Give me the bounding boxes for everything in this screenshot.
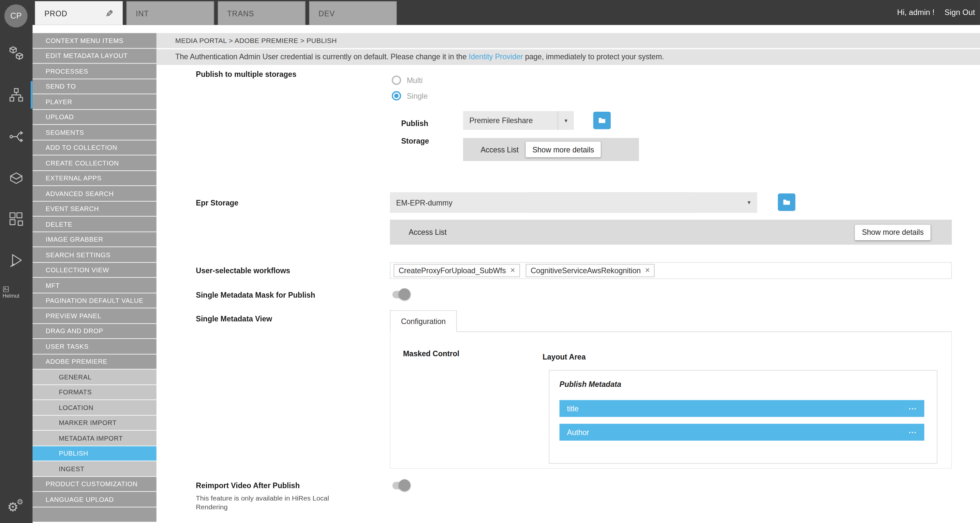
environment-tab[interactable]: DEV ✎ bbox=[309, 1, 397, 25]
routing-icon[interactable] bbox=[0, 122, 33, 152]
sidebar-item-label: MARKER IMPORT bbox=[59, 419, 116, 426]
sidebar-item[interactable]: ADVANCED SEARCH bbox=[33, 186, 156, 201]
sidebar-item-label: FORMATS bbox=[59, 388, 92, 396]
single-mask-label: Single Metadata Mask for Publish bbox=[196, 291, 315, 300]
radio-option-single[interactable]: Single bbox=[392, 91, 428, 101]
sidebar-item[interactable]: CONTEXT MENU ITEMS bbox=[33, 33, 156, 48]
sidebar-item[interactable]: MFT bbox=[33, 278, 156, 292]
configuration-tab[interactable]: Configuration bbox=[390, 311, 457, 332]
sidebar-item[interactable]: PUBLISH bbox=[33, 446, 156, 460]
sidebar-item-label: PLAYER bbox=[46, 98, 72, 105]
sidebar-item-label: SEGMENTS bbox=[46, 128, 84, 136]
single-view-label: Single Metadata View bbox=[196, 315, 272, 323]
epr-access-box: Access List Show more details bbox=[390, 220, 952, 245]
layout-area-box: Publish Metadata title ... Author ... bbox=[549, 370, 937, 463]
sidebar-item-label: MFT bbox=[46, 281, 60, 289]
sidebar-item[interactable]: INGEST bbox=[33, 461, 156, 476]
sidebar-item[interactable]: DELETE bbox=[33, 217, 156, 231]
publish-multi-label: Publish to multiple storages bbox=[196, 70, 296, 79]
metadata-field-bar[interactable]: Author ... bbox=[560, 424, 924, 441]
epr-storage-dropdown[interactable]: EM-EPR-dummy ▼ bbox=[390, 192, 757, 212]
modules-icon[interactable] bbox=[0, 38, 33, 68]
sidebar-item[interactable]: UPLOAD bbox=[33, 109, 156, 124]
identity-provider-link[interactable]: Identity Provider bbox=[469, 52, 523, 61]
sidebar-item-label: LANGUAGE UPLOAD bbox=[46, 495, 114, 503]
sidebar-item[interactable] bbox=[33, 507, 156, 522]
sidebar-item-label: EVENT SEARCH bbox=[46, 205, 99, 212]
sidebar-item[interactable]: PREVIEW PANEL bbox=[33, 308, 156, 323]
reimport-toggle[interactable] bbox=[393, 479, 411, 491]
sidebar-item[interactable]: MARKER IMPORT bbox=[33, 415, 156, 430]
workflow-chip-label: CognitiveServiceAwsRekognition bbox=[531, 266, 641, 275]
user-greeting: Hi, admin ! bbox=[897, 8, 935, 17]
workflow-chip: CreateProxyForUpload_SubWfs × bbox=[393, 264, 520, 277]
metadata-field-bar[interactable]: title ... bbox=[560, 400, 924, 417]
sidebar-item[interactable]: SEGMENTS bbox=[33, 125, 156, 139]
publish-storage-dropdown[interactable]: Premiere Fileshare ▼ bbox=[463, 111, 574, 130]
apps-icon[interactable] bbox=[0, 204, 33, 234]
more-options-icon[interactable]: ... bbox=[908, 402, 917, 411]
sidebar-item[interactable]: EDIT METADATA LAYOUT bbox=[33, 49, 156, 63]
layout-area-label: Layout Area bbox=[542, 353, 585, 361]
sidebar-item[interactable]: ADOBE PREMIERE bbox=[33, 354, 156, 369]
sidebar-item[interactable]: EVENT SEARCH bbox=[33, 201, 156, 216]
environment-tab[interactable]: TRANS ✎ bbox=[218, 1, 305, 25]
sidebar-item-label: ADD TO COLLECTION bbox=[46, 144, 118, 151]
sidebar-item[interactable]: PRODUCT CUSTOMIZATION bbox=[33, 476, 156, 491]
app-icon-rail: CP bbox=[0, 0, 33, 523]
settings-gear-icon[interactable]: ⚙ ⚙ bbox=[0, 492, 33, 522]
sidebar-item-label: IMAGE GRABBER bbox=[46, 235, 103, 243]
avatar[interactable]: CP bbox=[4, 4, 27, 27]
publish-storage-value: Premiere Fileshare bbox=[463, 116, 557, 125]
environment-tab[interactable]: PROD ✎ bbox=[35, 1, 123, 25]
sidebar-item[interactable]: IMAGE GRABBER bbox=[33, 232, 156, 247]
publish-storage-label: Publish Storage bbox=[401, 115, 445, 150]
sidebar-item[interactable]: GENERAL bbox=[33, 369, 156, 384]
sidebar-item[interactable]: PLAYER bbox=[33, 94, 156, 109]
remove-chip-icon[interactable]: × bbox=[510, 266, 515, 274]
sidebar-item[interactable]: LOCATION bbox=[33, 400, 156, 415]
metadata-field-label: Author bbox=[567, 428, 589, 437]
sidebar-item-label: SEARCH SETTINGS bbox=[46, 251, 111, 258]
epr-show-more-button[interactable]: Show more details bbox=[855, 224, 931, 240]
publish-storage-browse-button[interactable] bbox=[593, 112, 611, 129]
helmut-logo[interactable]: Helmut bbox=[0, 286, 33, 299]
workflows-input[interactable]: CreateProxyForUpload_SubWfs × CognitiveS… bbox=[390, 262, 952, 279]
sidebar-item[interactable]: USER TASKS bbox=[33, 339, 156, 353]
more-options-icon[interactable]: ... bbox=[908, 426, 917, 435]
workflows-label: User-selectable workflows bbox=[196, 266, 290, 275]
sidebar-item[interactable]: SEARCH SETTINGS bbox=[33, 247, 156, 262]
environment-tab-label: TRANS bbox=[227, 9, 254, 18]
sidebar-item-label: SEND TO bbox=[46, 82, 76, 90]
sign-out-link[interactable]: Sign Out bbox=[945, 8, 975, 17]
sidebar-item[interactable]: DRAG AND DROP bbox=[33, 324, 156, 338]
sidebar-item[interactable]: PAGINATION DEFAULT VALUE bbox=[33, 293, 156, 308]
sidebar-item[interactable]: LANGUAGE UPLOAD bbox=[33, 492, 156, 506]
sidebar-item[interactable]: ADD TO COLLECTION bbox=[33, 140, 156, 155]
sidebar-item-label: ADOBE PREMIERE bbox=[46, 358, 108, 365]
sidebar-item[interactable]: PROCESSES bbox=[33, 63, 156, 78]
sidebar-item[interactable]: METADATA IMPORT bbox=[33, 431, 156, 445]
epr-storage-browse-button[interactable] bbox=[778, 193, 795, 211]
sidebar-menu: CONTEXT MENU ITEMS EDIT METADATA LAYOUT … bbox=[33, 33, 156, 523]
radio-option-multi[interactable]: Multi bbox=[392, 76, 423, 85]
single-mask-toggle[interactable] bbox=[393, 288, 411, 300]
sidebar-item[interactable]: CREATE COLLECTION bbox=[33, 155, 156, 170]
environment-tab[interactable]: INT ✎ bbox=[126, 1, 214, 25]
sidebar-item-label: ADVANCED SEARCH bbox=[46, 190, 114, 197]
collection-icon[interactable] bbox=[0, 163, 33, 193]
breadcrumb: MEDIA PORTAL > ADOBE PREMIERE > PUBLISH bbox=[156, 33, 980, 48]
sidebar-item-label: UPLOAD bbox=[46, 113, 74, 120]
remove-chip-icon[interactable]: × bbox=[645, 266, 650, 274]
sidebar-item-label: METADATA IMPORT bbox=[59, 434, 123, 442]
sidebar-item[interactable]: EXTERNAL APPS bbox=[33, 171, 156, 185]
sidebar-item-label: LOCATION bbox=[59, 404, 93, 411]
workflow-icon[interactable] bbox=[0, 80, 33, 110]
sidebar-item[interactable]: COLLECTION VIEW bbox=[33, 263, 156, 277]
publish-show-more-button[interactable]: Show more details bbox=[525, 142, 601, 157]
warning-banner: The Authentication Admin User credential… bbox=[156, 49, 980, 65]
player-icon[interactable] bbox=[0, 245, 33, 275]
sidebar-item[interactable]: FORMATS bbox=[33, 385, 156, 399]
sidebar-item-label: EDIT METADATA LAYOUT bbox=[46, 52, 128, 60]
sidebar-item[interactable]: SEND TO bbox=[33, 79, 156, 94]
